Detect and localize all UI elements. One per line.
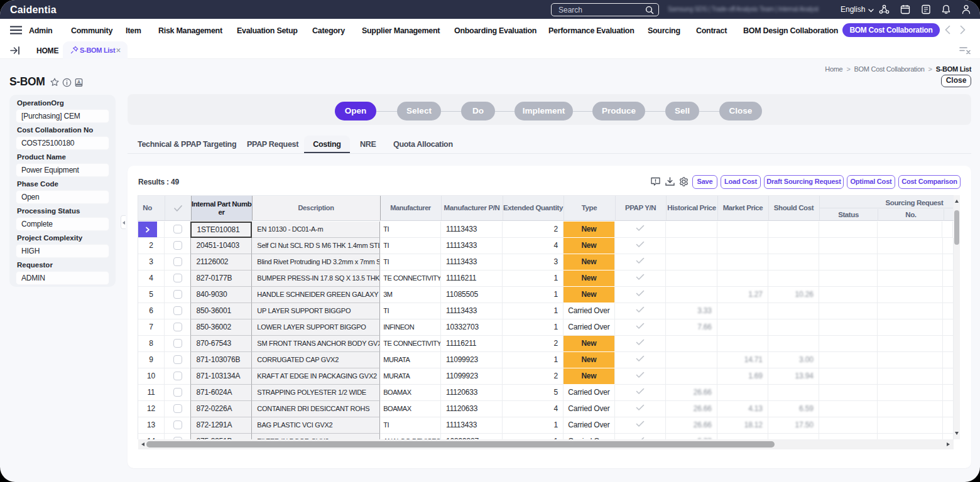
svg-text:A: A bbox=[77, 79, 80, 83]
